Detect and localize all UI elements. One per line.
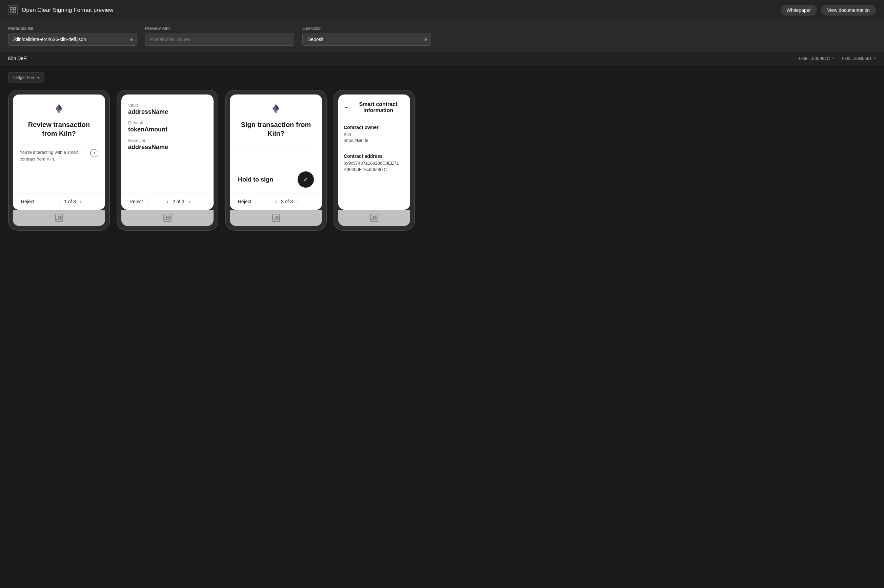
svg-rect-26: [374, 218, 376, 220]
controls-row: Metadata file /kiln/calldata-erc4626-kil…: [8, 26, 876, 46]
controls-bar: Metadata file /kiln/calldata-erc4626-kil…: [0, 20, 884, 51]
device-3-bottom: [230, 210, 322, 226]
screen-3-top: Sign transaction from Kiln?: [237, 103, 315, 141]
device-3: Sign transaction from Kiln? Hold to sign…: [225, 90, 327, 231]
screen-1-subtitle: You're interacting with a smart contract…: [20, 149, 87, 162]
operation-select[interactable]: Deposit Withdraw Transfer: [302, 33, 431, 46]
device-selector[interactable]: Ledger Flex ▾: [8, 72, 44, 83]
screen-1-content: Review transaction from Kiln? You're int…: [13, 94, 105, 193]
reject-btn-3[interactable]: Reject: [234, 197, 256, 206]
device-4-bottom: [338, 210, 410, 226]
device-4-screen: ← Smart contract information Contract ow…: [338, 94, 410, 210]
device-1-bottom: [13, 210, 105, 226]
chevron-down-icon: ▾: [37, 75, 39, 80]
screen-1-divider: [20, 145, 98, 145]
device-3-nav: Reject ‹ 3 of 3 ›: [230, 193, 322, 210]
operation-select-wrapper: Deposit Withdraw Transfer: [302, 33, 431, 46]
page-indicator-1: 1 of 3: [64, 199, 76, 204]
vault-value: addressName: [128, 108, 207, 116]
reject-btn-1[interactable]: Reject: [17, 197, 39, 206]
receiver-value: addressName: [128, 144, 207, 151]
sc-owner-title: Contract owner: [344, 124, 405, 130]
preview-input[interactable]: [145, 33, 294, 46]
address-link-1[interactable]: 0x9c...605967C ↗: [799, 56, 834, 61]
svg-rect-14: [167, 218, 169, 220]
device-3-bottom-icon: [272, 214, 280, 222]
app-title: Open Clear Signing Format preview: [22, 7, 113, 14]
device-2-bottom: [121, 210, 213, 226]
nav-pages-1: ‹ 1 of 3 ›: [39, 198, 101, 205]
hold-to-sign-label: Hold to sign: [238, 176, 273, 183]
device-2-bottom-icon: [163, 214, 171, 222]
sc-address-value: 0x9c57487a16923dC8EE71A9940dE78c605967C: [344, 160, 405, 172]
info-bar: Kiln DeFi 0x9c...605967C ↗ 0xf3...3eB566…: [0, 51, 884, 65]
device-4-bottom-icon: [370, 214, 378, 222]
sc-divider-1: [344, 119, 405, 119]
deposit-value: tokenAmount: [128, 126, 207, 133]
devices-area: Review transaction from Kiln? You're int…: [0, 90, 884, 244]
svg-rect-0: [10, 8, 12, 9]
screen-1-title: Review transaction from Kiln?: [20, 120, 98, 138]
eth-logo-1: [53, 103, 65, 115]
screen-3-divider: [237, 145, 315, 145]
address-1-text: 0x9c...605967C: [799, 56, 830, 61]
hold-to-sign-button[interactable]: ✓: [298, 171, 314, 188]
svg-rect-13: [169, 216, 171, 218]
nav-pages-2: ‹ 2 of 3 ›: [147, 198, 209, 205]
app-icon: [8, 5, 18, 15]
device-2: Vault addressName Deposit tokenAmount Re…: [117, 90, 218, 231]
device-1-screen: Review transaction from Kiln? You're int…: [13, 94, 105, 210]
page-indicator-2: 2 of 3: [173, 199, 184, 204]
next-arrow-1[interactable]: ›: [79, 198, 83, 205]
svg-rect-1: [14, 8, 16, 9]
deposit-label: Deposit: [128, 120, 207, 125]
prev-arrow-2[interactable]: ‹: [165, 198, 170, 205]
view-documentation-button[interactable]: View documentation: [821, 5, 876, 16]
sc-owner-value: Kiln https://kiln.fi/: [344, 131, 405, 144]
svg-rect-23: [278, 218, 279, 220]
next-arrow-2[interactable]: ›: [187, 198, 191, 205]
svg-rect-25: [376, 216, 377, 218]
whitepaper-button[interactable]: Whitepaper: [780, 5, 817, 16]
header-actions: Whitepaper View documentation: [780, 5, 876, 16]
svg-rect-11: [61, 218, 62, 220]
screen-2-content: Vault addressName Deposit tokenAmount Re…: [121, 94, 213, 193]
screen-1-subtitle-row: You're interacting with a smart contract…: [20, 149, 98, 162]
reject-btn-2[interactable]: Reject: [125, 197, 147, 206]
svg-rect-22: [275, 218, 277, 220]
back-arrow-icon[interactable]: ←: [344, 104, 349, 110]
nav-pages-3: ‹ 3 of 3 ›: [256, 198, 318, 205]
info-bar-links: 0x9c...605967C ↗ 0xf3...3eB5661 ↗: [799, 56, 876, 61]
svg-rect-3: [14, 11, 16, 13]
sc-info-title: Smart contract information: [352, 101, 405, 114]
app-header: Open Clear Signing Format preview Whitep…: [0, 0, 884, 20]
hold-to-sign-row: Hold to sign ✓: [237, 171, 315, 188]
sc-owner-name: Kiln: [344, 131, 405, 138]
svg-rect-9: [61, 216, 62, 218]
device-selector-bar: Ledger Flex ▾: [0, 65, 884, 90]
sc-divider-2: [344, 148, 405, 148]
prev-arrow-3[interactable]: ‹: [274, 198, 278, 205]
preview-label: Preview with: [145, 26, 294, 31]
svg-rect-2: [10, 11, 12, 13]
field-group-2: Vault addressName Deposit tokenAmount Re…: [128, 103, 207, 156]
external-link-icon-1: ↗: [831, 57, 834, 60]
eth-logo-3: [270, 103, 282, 115]
svg-rect-27: [376, 218, 377, 220]
header-left: Open Clear Signing Format preview: [8, 5, 113, 15]
device-1-nav: Reject ‹ 1 of 3 ›: [13, 193, 105, 210]
device-4: ← Smart contract information Contract ow…: [334, 90, 415, 231]
vault-label: Vault: [128, 103, 207, 108]
svg-rect-10: [59, 218, 60, 220]
device-1: Review transaction from Kiln? You're int…: [8, 90, 110, 231]
page-indicator-3: 3 of 3: [281, 199, 293, 204]
sc-address-title: Contract address: [344, 153, 405, 159]
metadata-select[interactable]: /kiln/calldata-erc4626-kiln-defi.json: [8, 33, 137, 46]
sc-owner-url: https://kiln.fi/: [344, 138, 405, 144]
address-link-2[interactable]: 0xf3...3eB5661 ↗: [842, 56, 876, 61]
metadata-group: Metadata file /kiln/calldata-erc4626-kil…: [8, 26, 137, 46]
svg-rect-12: [167, 216, 169, 218]
info-badge-1[interactable]: i: [90, 149, 98, 157]
device-1-bottom-icon: [55, 214, 63, 222]
screen-3-content: Sign transaction from Kiln? Hold to sign…: [230, 94, 322, 193]
